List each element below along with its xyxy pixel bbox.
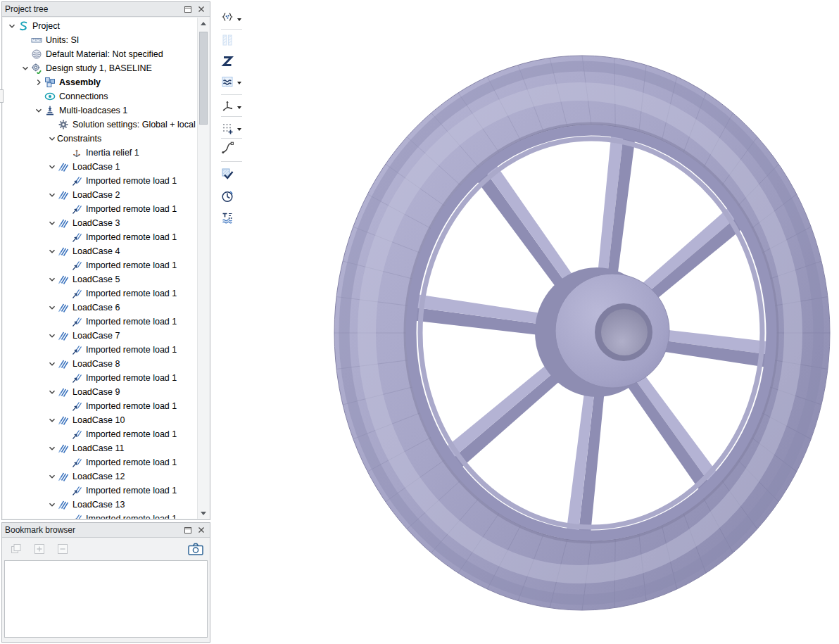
tree-item[interactable]: Imported remote load 1 xyxy=(3,174,209,188)
chevron-down-icon[interactable] xyxy=(47,331,57,341)
chevron-spacer xyxy=(34,91,44,101)
tree-item[interactable]: Imported remote load 1 xyxy=(3,484,209,498)
tree-item[interactable]: LoadCase 3 xyxy=(3,216,209,230)
square-minus-button[interactable] xyxy=(54,541,71,557)
chevron-down-icon[interactable] xyxy=(47,134,57,144)
tree-item[interactable]: Connections xyxy=(3,89,209,103)
remote-load-icon xyxy=(71,513,82,519)
chevron-spacer xyxy=(20,35,30,45)
tree-item[interactable]: LoadCase 11 xyxy=(3,441,209,455)
project-tree-scrollbar[interactable] xyxy=(197,18,209,519)
tree-item[interactable]: LoadCase 12 xyxy=(3,469,209,484)
viewport-3d[interactable] xyxy=(211,0,839,644)
tree-item[interactable]: LoadCase 2 xyxy=(3,188,209,202)
scroll-up-icon[interactable] xyxy=(198,18,209,29)
tree-item[interactable]: Imported remote load 1 xyxy=(3,230,209,244)
close-panel-button[interactable] xyxy=(195,4,207,15)
toolbar-button-z-section[interactable] xyxy=(219,53,251,72)
chevron-spacer xyxy=(61,232,70,242)
tree-item[interactable]: Imported remote load 1 xyxy=(3,371,209,385)
tree-item[interactable]: Imported remote load 1 xyxy=(3,343,209,357)
dropdown-arrow-icon[interactable] xyxy=(237,18,241,21)
bookmark-list[interactable] xyxy=(4,560,208,638)
camera-button[interactable] xyxy=(187,541,204,557)
tree-item[interactable]: Imported remote load 1 xyxy=(3,258,209,272)
toolbar-button-triad-axes[interactable] xyxy=(219,98,251,117)
connections-icon xyxy=(44,91,56,102)
tree-item[interactable]: LoadCase 5 xyxy=(3,272,209,286)
square-plus-button[interactable] xyxy=(31,541,48,557)
toolbar-button-hatched-waves[interactable] xyxy=(219,73,251,92)
tree-item-label: Design study 1, BASELINE xyxy=(46,63,152,73)
tree-item[interactable]: Imported remote load 1 xyxy=(3,286,209,301)
tree-item[interactable]: Solution settings: Global + local xyxy=(3,118,209,132)
chevron-down-icon[interactable] xyxy=(47,190,57,200)
tree-item[interactable]: Imported remote load 1 xyxy=(3,315,209,329)
chevron-down-icon[interactable] xyxy=(7,21,17,31)
toolbar-button-braces-dots[interactable] xyxy=(219,10,251,29)
scroll-down-icon[interactable] xyxy=(198,507,209,519)
collapsed-panel-tab[interactable] xyxy=(0,89,4,103)
toolbar-button-probe-points[interactable] xyxy=(219,209,251,228)
chevron-down-icon[interactable] xyxy=(47,472,57,481)
assembly-icon xyxy=(44,77,56,88)
chevron-down-icon[interactable] xyxy=(34,106,44,115)
tree-item[interactable]: Imported remote load 1 xyxy=(3,202,209,216)
toolbar-button-spline-curve[interactable] xyxy=(219,139,251,158)
tree-item[interactable]: Imported remote load 1 xyxy=(3,399,209,413)
chevron-down-icon[interactable] xyxy=(47,359,57,369)
chevron-down-icon[interactable] xyxy=(47,274,57,284)
tree-item[interactable]: Constraints xyxy=(3,132,209,146)
tree-item[interactable]: Imported remote load 1 xyxy=(3,512,209,519)
scrollbar-thumb[interactable] xyxy=(199,32,208,125)
float-panel-button[interactable] xyxy=(182,4,194,15)
toolbar-button-dot-grid-plus[interactable] xyxy=(219,120,251,139)
chevron-right-icon[interactable] xyxy=(34,77,44,87)
dropdown-arrow-icon[interactable] xyxy=(237,106,241,109)
chevron-down-icon[interactable] xyxy=(47,387,57,397)
toolbar-separator xyxy=(221,94,242,95)
toolbar-button-checked-plate[interactable] xyxy=(219,165,251,184)
chevron-down-icon[interactable] xyxy=(47,246,57,256)
remote-load-icon xyxy=(71,232,82,243)
close-panel-button[interactable] xyxy=(195,524,207,536)
loadcase-icon xyxy=(58,302,69,313)
loadcase-icon xyxy=(58,499,69,510)
tree-item[interactable]: LoadCase 1 xyxy=(3,160,209,174)
chevron-down-icon[interactable] xyxy=(47,443,57,453)
toolbar-button-hatched-plates[interactable] xyxy=(219,32,251,51)
dropdown-arrow-icon[interactable] xyxy=(237,82,241,84)
toolbar-button-gauge-clock[interactable] xyxy=(219,188,251,207)
tree-item[interactable]: LoadCase 13 xyxy=(3,498,209,512)
chevron-down-icon[interactable] xyxy=(47,415,57,425)
tree-item[interactable]: Design study 1, BASELINE xyxy=(3,61,209,75)
tree-item[interactable]: Default Material: Not specified xyxy=(3,47,209,61)
loadcase-icon xyxy=(58,330,69,341)
copy-squares-button[interactable] xyxy=(8,541,25,557)
float-panel-button[interactable] xyxy=(182,524,194,536)
tree-item[interactable]: Inertia relief 1 xyxy=(3,146,209,160)
tree-item[interactable]: LoadCase 9 xyxy=(3,385,209,399)
tree-item[interactable]: Imported remote load 1 xyxy=(3,455,209,469)
tree-item[interactable]: Multi-loadcases 1 xyxy=(3,103,209,118)
chevron-down-icon[interactable] xyxy=(47,303,57,312)
bookmark-browser-title: Bookmark browser xyxy=(5,525,180,535)
tree-item[interactable]: Imported remote load 1 xyxy=(3,427,209,441)
tree-item[interactable]: LoadCase 10 xyxy=(3,413,209,427)
chevron-down-icon[interactable] xyxy=(47,218,57,228)
bookmark-toolbar xyxy=(3,538,209,560)
hatched-waves-icon xyxy=(220,75,234,91)
remote-load-icon xyxy=(71,400,82,412)
tree-item[interactable]: LoadCase 6 xyxy=(3,301,209,315)
tree-item[interactable]: Units: SI xyxy=(3,33,209,47)
dropdown-arrow-icon[interactable] xyxy=(237,128,241,131)
chevron-down-icon[interactable] xyxy=(47,162,57,172)
chevron-down-icon[interactable] xyxy=(20,63,30,73)
tree-item[interactable]: Assembly xyxy=(3,75,209,89)
chevron-spacer xyxy=(61,457,70,467)
tree-item[interactable]: Project xyxy=(3,19,209,33)
tree-item[interactable]: LoadCase 8 xyxy=(3,357,209,371)
chevron-down-icon[interactable] xyxy=(47,500,57,510)
tree-item[interactable]: LoadCase 7 xyxy=(3,329,209,343)
tree-item[interactable]: LoadCase 4 xyxy=(3,244,209,258)
